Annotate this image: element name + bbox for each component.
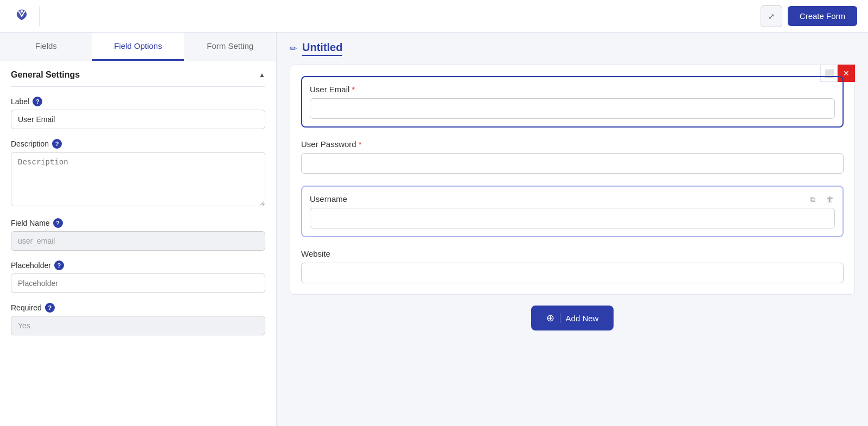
label-field-label: Label ? <box>11 97 265 106</box>
label-help-icon[interactable]: ? <box>33 97 42 106</box>
placeholder-text: Placeholder <box>11 261 51 270</box>
left-panel: Fields Field Options Form Setting Genera… <box>0 33 277 426</box>
website-field-block: Website <box>301 249 844 283</box>
field-name-text: Field Name <box>11 219 50 227</box>
tabs: Fields Field Options Form Setting <box>0 33 276 61</box>
user-password-label-text: User Password <box>301 139 356 149</box>
add-new-divider <box>560 313 560 323</box>
user-email-input[interactable] <box>310 98 835 119</box>
copy-icon[interactable]: ⧉ <box>806 192 820 206</box>
form-container: ⬜ ✕ User Email * User Password * <box>290 65 855 295</box>
navbar-left <box>11 5 40 27</box>
field-name-field-label: Field Name ? <box>11 218 265 228</box>
field-name-help-icon[interactable]: ? <box>53 218 63 228</box>
website-label: Website <box>301 249 844 258</box>
container-close-icon: ✕ <box>843 69 850 78</box>
create-form-button[interactable]: Create Form <box>788 6 857 26</box>
username-input[interactable] <box>310 208 835 228</box>
left-content: General Settings ▲ Label ? Description ? <box>0 61 276 426</box>
collapse-arrow-icon[interactable]: ▲ <box>259 71 265 79</box>
required-field-label: Required ? <box>11 303 265 313</box>
section-header: General Settings ▲ <box>11 70 265 87</box>
add-new-button[interactable]: ⊕ Add New <box>531 306 614 330</box>
navbar-right: ⤢ Create Form <box>761 5 857 27</box>
field-name-field-group: Field Name ? <box>11 218 265 251</box>
required-field-group: Required ? <box>11 303 265 335</box>
user-password-input[interactable] <box>301 153 844 174</box>
add-new-label: Add New <box>566 314 599 323</box>
add-new-bar: ⊕ Add New <box>290 306 855 330</box>
tab-fields[interactable]: Fields <box>0 33 92 61</box>
placeholder-field-group: Placeholder ? <box>11 260 265 293</box>
required-text: Required <box>11 303 42 312</box>
placeholder-input[interactable] <box>11 274 265 293</box>
user-password-required-star: * <box>359 139 362 149</box>
form-title[interactable]: Untitled <box>302 41 342 56</box>
expand-icon: ⤢ <box>768 12 775 21</box>
tab-field-options[interactable]: Field Options <box>92 33 184 61</box>
placeholder-field-label: Placeholder ? <box>11 260 265 270</box>
username-label: Username <box>310 194 835 204</box>
section-title: General Settings <box>11 70 80 80</box>
field-name-input <box>11 231 265 251</box>
delete-icon[interactable]: 🗑 <box>823 192 837 206</box>
website-label-text: Website <box>301 249 330 258</box>
username-field-block: ⧉ 🗑 Username <box>301 186 844 237</box>
expand-button[interactable]: ⤢ <box>761 5 782 27</box>
pencil-icon[interactable]: ✏ <box>290 43 297 54</box>
description-field-label: Description ? <box>11 139 265 149</box>
right-panel: ✏ Untitled ⬜ ✕ User Email * <box>277 33 868 426</box>
label-text: Label <box>11 97 29 106</box>
description-help-icon[interactable]: ? <box>52 139 62 149</box>
logo-icon <box>11 5 33 27</box>
label-input[interactable] <box>11 110 265 129</box>
form-title-bar: ✏ Untitled <box>290 41 855 56</box>
required-help-icon[interactable]: ? <box>45 303 55 313</box>
username-label-text: Username <box>310 194 347 204</box>
username-action-icons: ⧉ 🗑 <box>806 192 837 206</box>
description-text: Description <box>11 139 49 148</box>
tab-form-setting[interactable]: Form Setting <box>184 33 276 61</box>
website-input[interactable] <box>301 263 844 283</box>
main-layout: Fields Field Options Form Setting Genera… <box>0 33 868 426</box>
description-textarea[interactable] <box>11 152 265 206</box>
user-email-label: User Email * <box>310 85 835 94</box>
svg-point-0 <box>21 10 23 12</box>
label-field-group: Label ? <box>11 97 265 129</box>
user-email-required-star: * <box>352 85 355 94</box>
user-password-field-block: User Password * <box>301 139 844 174</box>
placeholder-help-icon[interactable]: ? <box>54 260 64 270</box>
navbar: ⤢ Create Form <box>0 0 868 33</box>
user-email-field-block: User Email * <box>301 76 844 128</box>
description-field-group: Description ? <box>11 139 265 208</box>
user-password-label: User Password * <box>301 139 844 149</box>
navbar-divider <box>39 7 40 26</box>
user-email-label-text: User Email <box>310 85 349 94</box>
add-new-plus-icon: ⊕ <box>546 312 554 324</box>
required-input <box>11 316 265 335</box>
